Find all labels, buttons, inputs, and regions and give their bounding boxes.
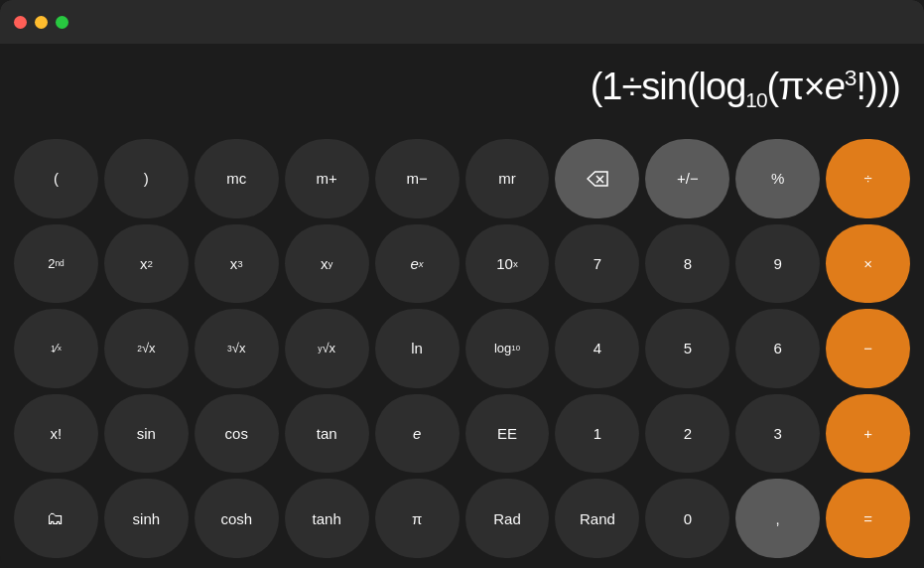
maximize-button[interactable] xyxy=(56,16,68,29)
second-button[interactable]: 2nd xyxy=(14,224,98,304)
open-paren-button[interactable]: ( xyxy=(14,139,98,218)
ee-button[interactable]: EE xyxy=(465,394,550,474)
backspace-button[interactable] xyxy=(555,139,639,218)
10-to-x-button[interactable]: 10x xyxy=(465,224,550,304)
title-bar xyxy=(0,0,924,44)
divide-button[interactable]: ÷ xyxy=(826,139,910,218)
m-plus-button[interactable]: m+ xyxy=(285,139,369,218)
zero-button[interactable]: 0 xyxy=(645,479,729,558)
decimal-button[interactable]: , xyxy=(735,479,820,558)
keypad: ( ) mc m+ m− mr +/− % ÷ 2nd x2 x3 xy ex xyxy=(0,133,924,568)
row-hyp: 🗂 sinh cosh tanh π Rad Rand 0 , = xyxy=(14,479,910,558)
yth-root-button[interactable]: y√x xyxy=(285,309,369,388)
converter-button[interactable]: 🗂 xyxy=(14,479,98,558)
seven-button[interactable]: 7 xyxy=(555,224,639,304)
e-const-button[interactable]: e xyxy=(375,394,460,474)
pi-button[interactable]: π xyxy=(375,479,460,558)
three-button[interactable]: 3 xyxy=(735,394,820,474)
nine-button[interactable]: 9 xyxy=(735,224,820,304)
five-button[interactable]: 5 xyxy=(645,309,729,388)
four-button[interactable]: 4 xyxy=(555,309,639,388)
x-cubed-button[interactable]: x3 xyxy=(195,224,279,304)
e-to-x-button[interactable]: ex xyxy=(375,224,460,304)
calculator-window: (1÷sin(log10(π×e3!))) ( ) mc m+ m− mr +/… xyxy=(0,0,924,568)
six-button[interactable]: 6 xyxy=(735,309,820,388)
minimize-button[interactable] xyxy=(35,16,48,29)
row-trig: x! sin cos tan e EE 1 2 3 + xyxy=(14,394,910,474)
two-button[interactable]: 2 xyxy=(645,394,729,474)
row-memory: ( ) mc m+ m− mr +/− % ÷ xyxy=(14,139,910,218)
subtract-button[interactable]: − xyxy=(826,309,910,388)
log10-button[interactable]: log10 xyxy=(465,309,550,388)
close-paren-button[interactable]: ) xyxy=(104,139,189,218)
one-button[interactable]: 1 xyxy=(555,394,639,474)
rand-button[interactable]: Rand xyxy=(555,479,639,558)
cos-button[interactable]: cos xyxy=(195,394,279,474)
tanh-button[interactable]: tanh xyxy=(285,479,369,558)
eight-button[interactable]: 8 xyxy=(645,224,729,304)
row-root: 1⁄x 2√x 3√x y√x ln log10 4 5 6 − xyxy=(14,309,910,388)
reciprocal-button[interactable]: 1⁄x xyxy=(14,309,98,388)
percent-button[interactable]: % xyxy=(735,139,820,218)
display-formula: (1÷sin(log10(π×e3!))) xyxy=(591,65,900,112)
rad-button[interactable]: Rad xyxy=(465,479,550,558)
add-button[interactable]: + xyxy=(826,394,910,474)
equals-button[interactable]: = xyxy=(826,479,910,558)
multiply-button[interactable]: × xyxy=(826,224,910,304)
sqrt-button[interactable]: 2√x xyxy=(104,309,189,388)
x-squared-button[interactable]: x2 xyxy=(104,224,189,304)
tan-button[interactable]: tan xyxy=(285,394,369,474)
mr-button[interactable]: mr xyxy=(465,139,550,218)
m-minus-button[interactable]: m− xyxy=(375,139,460,218)
cosh-button[interactable]: cosh xyxy=(195,479,279,558)
ln-button[interactable]: ln xyxy=(375,309,460,388)
row-power: 2nd x2 x3 xy ex 10x 7 8 9 × xyxy=(14,224,910,304)
plus-minus-button[interactable]: +/− xyxy=(645,139,729,218)
sin-button[interactable]: sin xyxy=(104,394,189,474)
cbrt-button[interactable]: 3√x xyxy=(195,309,279,388)
display: (1÷sin(log10(π×e3!))) xyxy=(0,44,924,133)
close-button[interactable] xyxy=(14,16,27,29)
factorial-button[interactable]: x! xyxy=(14,394,98,474)
x-to-y-button[interactable]: xy xyxy=(285,224,369,304)
sinh-button[interactable]: sinh xyxy=(104,479,189,558)
mc-button[interactable]: mc xyxy=(195,139,279,218)
